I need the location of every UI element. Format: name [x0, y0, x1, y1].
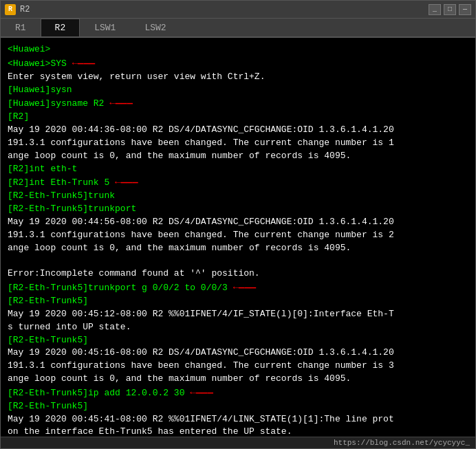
url-text: https://blog.csdn.net/ycycyyc_	[334, 439, 470, 447]
terminal-line	[8, 255, 468, 268]
terminal-line: [R2-Eth-Trunk5]trunkport	[8, 203, 468, 216]
minimize-button[interactable]: _	[429, 4, 441, 15]
terminal-line: on the interface Eth-Trunk5 has entered …	[8, 426, 468, 437]
terminal-line: [R2-Eth-Trunk5]trunkport g 0/0/2 to 0/0/…	[8, 281, 468, 295]
title-bar: R R2 _ □ —	[1, 1, 475, 19]
terminal-line: [Huawei]sysn	[8, 84, 468, 97]
tab-r2[interactable]: R2	[41, 19, 80, 36]
arrow-ip-add: ←———	[190, 387, 213, 398]
close-button[interactable]: —	[459, 4, 471, 15]
terminal-line: [R2-Eth-Trunk5]	[8, 295, 468, 308]
terminal-line: [R2]	[8, 111, 468, 124]
window-controls: _ □ —	[429, 4, 471, 15]
url-bar: https://blog.csdn.net/ycycyyc_	[1, 437, 475, 448]
arrow-sys: ←———	[72, 58, 96, 69]
terminal-line: s turned into UP state.	[8, 321, 468, 334]
tab-r1[interactable]: R1	[1, 19, 41, 36]
terminal-line: [R2-Eth-Trunk5]	[8, 334, 468, 347]
arrow-eth-trunk: ←———	[115, 177, 138, 188]
terminal-line: May 19 2020 00:44:56-08:00 R2 DS/4/DATAS…	[8, 216, 468, 229]
terminal-line: [R2]int Eth-Trunk 5 ←———	[8, 175, 468, 190]
tab-lsw1[interactable]: LSW1	[80, 19, 130, 36]
main-window: R R2 _ □ — R1 R2 LSW1 LSW2 <Huawei> <Hua…	[0, 0, 476, 449]
terminal-line: Enter system view, return user view with…	[8, 71, 468, 84]
terminal-line: <Huawei>SYS ←———	[8, 56, 468, 71]
terminal-line: ange loop count is 0, and the maximum nu…	[8, 242, 468, 255]
terminal-line: ange loop count is 0, and the maximum nu…	[8, 150, 468, 163]
terminal-line: 191.3.1 configurations have been changed…	[8, 137, 468, 150]
terminal-line: May 19 2020 00:44:36-08:00 R2 DS/4/DATAS…	[8, 124, 468, 137]
terminal-line: May 19 2020 00:45:12-08:00 R2 %%01IFNET/…	[8, 308, 468, 321]
terminal-line: [R2]int eth-t	[8, 163, 468, 176]
terminal-line: 191.3.1 configurations have been changed…	[8, 229, 468, 242]
arrow-trunkport: ←———	[233, 282, 257, 293]
restore-button[interactable]: □	[444, 4, 456, 15]
terminal-line: 191.3.1 configurations have been changed…	[8, 360, 468, 373]
terminal-line: [R2-Eth-Trunk5]trunk	[8, 190, 468, 203]
terminal-line: [R2-Eth-Trunk5]	[8, 400, 468, 413]
terminal-line: [Huawei]sysname R2 ←———	[8, 96, 468, 111]
terminal-line: ange loop count is 0, and the maximum nu…	[8, 373, 468, 386]
terminal-line: [R2-Eth-Trunk5]ip add 12.0.0.2 30 ←———	[8, 386, 468, 400]
window-icon: R	[5, 4, 16, 15]
window-title: R2	[20, 5, 429, 14]
terminal-line: May 19 2020 00:45:16-08:00 R2 DS/4/DATAS…	[8, 347, 468, 360]
tab-lsw2[interactable]: LSW2	[130, 19, 180, 36]
arrow-sysname: ←———	[109, 98, 133, 109]
terminal-area[interactable]: <Huawei> <Huawei>SYS ←——— Enter system v…	[1, 38, 475, 437]
terminal-line: <Huawei>	[8, 43, 468, 56]
tab-bar: R1 R2 LSW1 LSW2	[1, 19, 475, 38]
terminal-line: Error:Incomplete command found at '^' po…	[8, 267, 468, 281]
terminal-line: May 19 2020 00:45:41-08:00 R2 %%01IFNET/…	[8, 413, 468, 426]
